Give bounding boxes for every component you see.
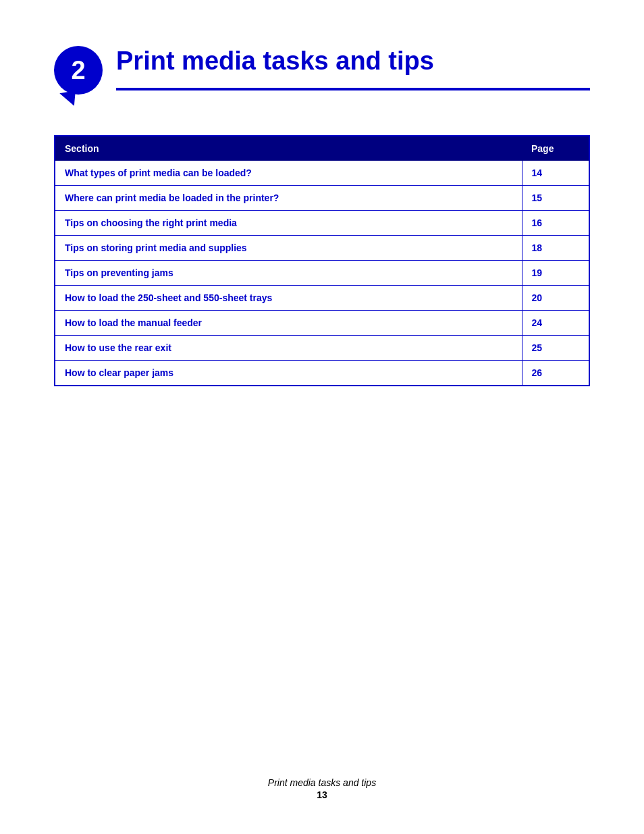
chapter-header: 2 Print media tasks and tips [54,41,590,95]
table-cell-page: 14 [522,161,589,186]
table-cell-page: 26 [522,361,589,386]
table-row[interactable]: What types of print media can be loaded?… [55,161,589,186]
table-cell-page: 18 [522,236,589,261]
table-cell-section: How to clear paper jams [55,361,522,386]
table-cell-page: 19 [522,261,589,286]
table-cell-section: How to load the 250-sheet and 550-sheet … [55,286,522,311]
table-row[interactable]: Where can print media be loaded in the p… [55,186,589,211]
table-cell-page: 20 [522,286,589,311]
table-cell-section: Tips on preventing jams [55,261,522,286]
table-row[interactable]: How to clear paper jams26 [55,361,589,386]
table-row[interactable]: How to load the manual feeder24 [55,311,589,336]
footer: Print media tasks and tips 13 [0,777,644,800]
table-cell-section: Where can print media be loaded in the p… [55,186,522,211]
table-cell-page: 15 [522,186,589,211]
page-column-header: Page [522,136,589,161]
table-cell-section: How to use the rear exit [55,336,522,361]
content-area: Section Page What types of print media c… [54,135,590,386]
table-cell-page: 24 [522,311,589,336]
table-header-row: Section Page [55,136,589,161]
title-underline [116,88,590,90]
table-cell-page: 16 [522,211,589,236]
toc-table: Section Page What types of print media c… [54,135,590,386]
table-cell-page: 25 [522,336,589,361]
chapter-number: 2 [71,56,85,85]
page-container: 2 Print media tasks and tips Section Pag… [0,0,644,834]
table-cell-section: How to load the manual feeder [55,311,522,336]
table-cell-section: What types of print media can be loaded? [55,161,522,186]
chapter-badge: 2 [54,46,103,95]
chapter-title-area: Print media tasks and tips [116,41,590,90]
section-column-header: Section [55,136,522,161]
footer-title: Print media tasks and tips [0,777,644,788]
table-row[interactable]: Tips on storing print media and supplies… [55,236,589,261]
table-row[interactable]: How to load the 250-sheet and 550-sheet … [55,286,589,311]
footer-page: 13 [0,789,644,800]
table-cell-section: Tips on storing print media and supplies [55,236,522,261]
chapter-title: Print media tasks and tips [116,41,590,76]
table-row[interactable]: Tips on choosing the right print media16 [55,211,589,236]
table-cell-section: Tips on choosing the right print media [55,211,522,236]
table-row[interactable]: How to use the rear exit25 [55,336,589,361]
table-row[interactable]: Tips on preventing jams19 [55,261,589,286]
